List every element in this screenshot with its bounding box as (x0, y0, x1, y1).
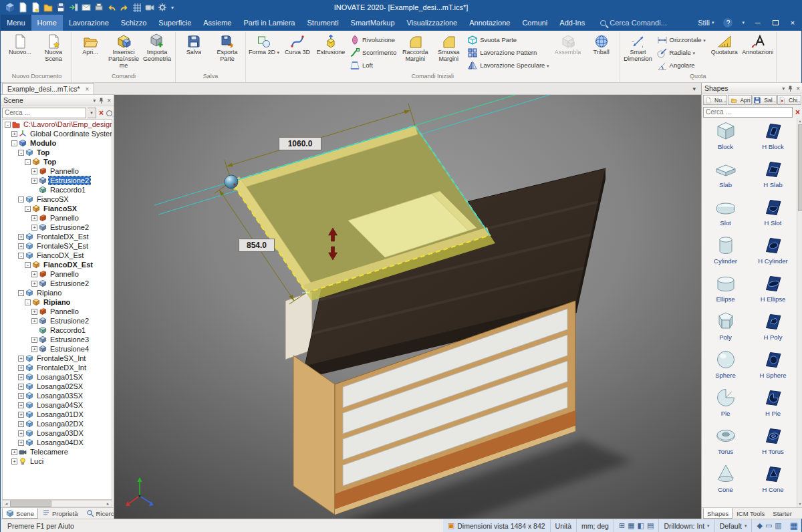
tree-item-ripiano[interactable]: -Ripiano (3, 288, 112, 297)
profile-selector[interactable]: Default▾ (714, 519, 752, 532)
new-scene-icon[interactable] (30, 2, 41, 13)
clear-search-icon[interactable]: × (98, 108, 105, 118)
collapse-icon[interactable]: - (25, 299, 31, 305)
shape-item-sphere[interactable]: Sphere (702, 348, 749, 386)
close-button[interactable]: × (784, 15, 801, 31)
tree-item-estrusione2[interactable]: +Estrusione2 (3, 223, 112, 232)
ribbon-button-scorrimento[interactable]: Scorrimento (348, 46, 398, 59)
scroll-up-icon[interactable]: ▴ (799, 118, 801, 124)
shape-item-h-block[interactable]: H Block (749, 120, 797, 158)
expand-icon[interactable]: + (11, 458, 17, 464)
tree-item-pannello[interactable]: +Pannello (3, 307, 112, 316)
tree-item-fiancodx-est[interactable]: -FiancoDX_Est (3, 251, 112, 260)
ribbon-button-raccorda-margini[interactable]: Raccorda Margini (398, 32, 432, 63)
shapes-search-input[interactable] (703, 107, 793, 118)
catalog-tab-shapes[interactable]: Shapes (703, 508, 732, 519)
settings-icon[interactable] (157, 2, 168, 13)
ribbon-button-loft[interactable]: Loft (348, 59, 398, 72)
shape-item-cone[interactable]: Cone (702, 462, 749, 501)
dimension-depth-label[interactable]: 854.0 (239, 239, 275, 252)
tree-item-pannello[interactable]: +Pannello (3, 213, 112, 223)
tab-home[interactable]: Home (31, 15, 63, 31)
tree-item-pannello[interactable]: +Pannello (3, 269, 112, 279)
panel-dropdown-icon[interactable]: ▾ (93, 98, 96, 104)
scroll-down-icon[interactable]: ▾ (799, 501, 801, 507)
command-search[interactable]: Cerca Comandi... (600, 15, 667, 31)
ribbon-button-nuova-scena[interactable]: Nuova Scena (37, 32, 70, 63)
tab-annotazione[interactable]: Annotazione (463, 15, 516, 31)
render-mode-icon[interactable]: ◧ (638, 521, 644, 530)
ribbon-button-forma-2d[interactable]: Forma 2D ▾ (247, 32, 281, 56)
app-icon[interactable] (5, 2, 15, 13)
collapse-icon[interactable]: - (18, 196, 24, 203)
tree-item-c-lavoro-dari-emp-design-amp[interactable]: -C:\Lavoro\Dari\Emp_design_amp (3, 120, 112, 129)
expand-icon[interactable]: + (18, 402, 24, 408)
tree-item-losanga03dx[interactable]: +Losanga03DX (3, 428, 112, 438)
expand-icon[interactable]: + (31, 346, 37, 352)
expand-icon[interactable]: + (18, 384, 24, 390)
catalog-button-chi[interactable]: Chi... (777, 95, 801, 105)
shape-item-poly[interactable]: Poly (702, 310, 749, 348)
undo-icon[interactable] (106, 2, 117, 13)
catalog-button-nu[interactable]: Nu... (703, 95, 727, 105)
tree-item-luci[interactable]: +Luci (3, 456, 112, 466)
scroll-thumb[interactable] (798, 124, 802, 211)
expand-icon[interactable]: + (18, 243, 24, 249)
tab-menu[interactable]: Menu (1, 15, 31, 31)
tab-schizzo[interactable]: Schizzo (115, 15, 153, 31)
save-icon[interactable] (55, 2, 66, 13)
tab-parti-in-lamiera[interactable]: Parti in Lamiera (237, 15, 301, 31)
shape-item-slot[interactable]: Slot (702, 196, 749, 234)
open-icon[interactable] (43, 2, 53, 13)
expand-icon[interactable]: + (31, 225, 37, 231)
ribbon-button-quotatura[interactable]: Quotatura (708, 32, 741, 56)
redo-icon[interactable] (119, 2, 130, 13)
ribbon-button-curva-3d[interactable]: Curva 3D (281, 32, 314, 56)
tree-item-modulo[interactable]: -Modulo (3, 138, 112, 148)
viewport-3d-canvas[interactable] (114, 95, 701, 519)
tree-item-losanga01dx[interactable]: +Losanga01DX (3, 410, 112, 419)
ribbon-button-angolare[interactable]: Angolare (655, 59, 708, 72)
shape-item-pie[interactable]: Pie (702, 386, 749, 424)
scroll-right-icon[interactable]: ▸ (104, 501, 112, 507)
expand-icon[interactable]: + (18, 374, 24, 380)
tree-item-pannello[interactable]: +Pannello (3, 166, 112, 176)
shape-item-h-ellipse[interactable]: H Ellipse (749, 272, 797, 310)
scene-hscrollbar[interactable]: ◂ ▸ (2, 500, 112, 507)
expand-icon[interactable]: + (18, 412, 24, 418)
ribbon-button-smussa-margini[interactable]: Smussa Margini (432, 32, 465, 63)
shape-item-h-slab[interactable]: H Slab (749, 158, 797, 196)
collapse-icon[interactable]: - (5, 122, 11, 128)
tree-item-estrusione2[interactable]: +Estrusione2 (3, 279, 112, 288)
ribbon-button-lavorazione-speculare[interactable]: Lavorazione Speculare ▾ (465, 59, 551, 72)
collapse-icon[interactable]: - (25, 262, 31, 268)
tree-item-estrusione3[interactable]: +Estrusione3 (3, 335, 112, 344)
expand-icon[interactable]: + (18, 234, 24, 240)
shape-item-h-sphere[interactable]: H Sphere (749, 348, 797, 386)
tree-item-losanga03sx[interactable]: +Losanga03SX (3, 391, 112, 400)
viewport[interactable]: 1060.0 854.0 (114, 95, 701, 519)
panel-tab-scene[interactable]: Scene (2, 508, 38, 519)
tab-smartmarkup[interactable]: SmartMarkup (345, 15, 401, 31)
units-value[interactable]: mm; deg (581, 522, 609, 530)
tab-lavorazione[interactable]: Lavorazione (63, 15, 115, 31)
tree-item-frontalesx-int[interactable]: +FrontaleSX_Int (3, 354, 112, 363)
tree-item-raccordo1[interactable]: Raccordo1 (3, 185, 112, 194)
tab-strumenti[interactable]: Strumenti (301, 15, 345, 31)
expand-icon[interactable]: + (18, 421, 24, 427)
tree-item-losanga04dx[interactable]: +Losanga04DX (3, 438, 112, 447)
camera-icon[interactable] (144, 2, 155, 13)
expand-icon[interactable]: + (18, 365, 24, 371)
drilldown-selector[interactable]: Drilldown: Int▾ (658, 519, 714, 532)
more-options-button[interactable]: ▾ (737, 15, 749, 31)
ribbon-button-rivoluzione[interactable]: Rivoluzione (348, 33, 398, 46)
ribbon-button-smart-dimension[interactable]: Smart Dimension (622, 32, 655, 63)
tab-superficie[interactable]: Superficie (152, 15, 197, 31)
new-document-icon[interactable] (17, 2, 28, 13)
catalog-tab-starter[interactable]: Starter (769, 508, 796, 519)
tree-item-global-coordinate-system[interactable]: +Global Coordinate System (3, 129, 112, 138)
search-dropdown-icon[interactable]: ▾ (88, 108, 96, 118)
tree-item-ripiano[interactable]: -Ripiano (3, 297, 112, 307)
expand-icon[interactable]: + (31, 168, 37, 174)
grid-icon[interactable] (132, 2, 142, 13)
